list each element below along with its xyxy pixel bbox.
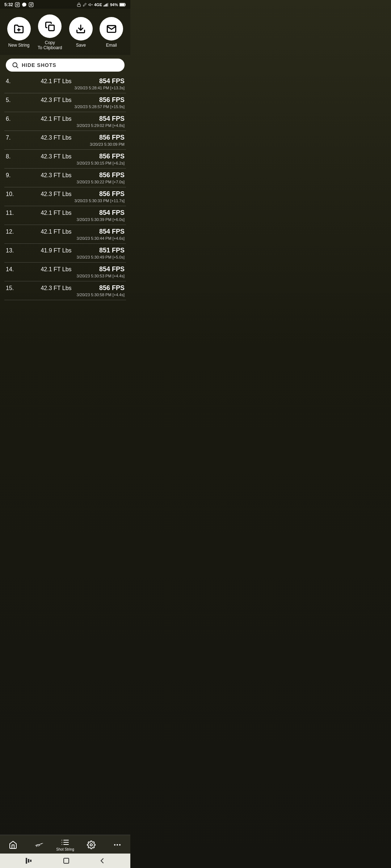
pen-icon [83, 3, 87, 7]
shot-timestamp: 3/20/23 5:30:49 PM [+5.0s] [6, 255, 125, 259]
shot-timestamp: 3/20/23 5:30:44 PM [+4.6s] [6, 236, 125, 241]
network-indicator: 4GE [94, 3, 102, 7]
shot-number: 11. [6, 210, 17, 216]
save-circle [69, 17, 93, 41]
shot-fps: 854 FPS [96, 265, 125, 273]
time-display: 5:32 [4, 2, 13, 7]
table-row[interactable]: 5. 42.3 FT Lbs 856 FPS 3/20/23 5:28:57 P… [4, 93, 126, 112]
shot-fps: 854 FPS [96, 228, 125, 235]
table-row[interactable]: 15. 42.3 FT Lbs 856 FPS 3/20/23 5:30:58 … [4, 281, 126, 300]
shot-timestamp: 3/20/23 5:30:39 PM [+6.0s] [6, 217, 125, 222]
svg-point-4 [30, 4, 32, 6]
shot-fps: 856 FPS [96, 153, 125, 160]
copy-clipboard-button[interactable]: CopyTo Clipboard [38, 14, 62, 51]
table-row[interactable]: 8. 42.3 FT Lbs 856 FPS 3/20/23 5:30:15 P… [4, 150, 126, 169]
shot-fps: 854 FPS [96, 209, 125, 217]
shot-fps: 856 FPS [96, 284, 125, 292]
email-circle [100, 17, 123, 41]
shot-number: 15. [6, 285, 17, 292]
status-bar: 5:32 4GE 94% [0, 0, 130, 9]
shot-energy: 42.1 FT Lbs [17, 116, 96, 122]
table-row[interactable]: 7. 42.3 FT Lbs 856 FPS 3/20/23 5:30:09 P… [4, 131, 126, 150]
hide-shots-button[interactable]: HIDE SHOTS [6, 59, 125, 72]
new-string-button[interactable]: New String [7, 17, 31, 48]
svg-point-1 [17, 4, 18, 6]
shot-energy: 42.3 FT Lbs [17, 135, 96, 141]
battery-icon [119, 3, 126, 7]
shot-energy: 42.3 FT Lbs [17, 285, 96, 292]
shot-energy: 42.3 FT Lbs [17, 153, 96, 160]
shot-number: 7. [6, 135, 17, 141]
email-icon [106, 24, 117, 34]
svg-rect-10 [104, 5, 104, 7]
table-row[interactable]: 6. 42.1 FT Lbs 854 FPS 3/20/23 5:29:02 P… [4, 112, 126, 131]
shot-energy: 41.9 FT Lbs [17, 247, 96, 254]
shot-timestamp: 3/20/23 5:28:57 PM [+15.9s] [6, 105, 125, 109]
shot-energy: 42.1 FT Lbs [17, 266, 96, 273]
shot-fps: 854 FPS [96, 115, 125, 123]
shot-number: 13. [6, 247, 17, 254]
shot-energy: 42.3 FT Lbs [17, 191, 96, 197]
shot-fps: 856 FPS [96, 96, 125, 104]
table-row[interactable]: 4. 42.1 FT Lbs 854 FPS 3/20/23 5:28:41 P… [4, 75, 126, 93]
status-left: 5:32 [4, 2, 34, 7]
shot-number: 4. [6, 78, 17, 85]
download-icon [76, 24, 86, 34]
svg-rect-0 [15, 3, 20, 7]
shot-number: 12. [6, 229, 17, 235]
shot-energy: 42.3 FT Lbs [17, 97, 96, 103]
lock-icon [77, 3, 81, 7]
shot-number: 8. [6, 153, 17, 160]
messenger-icon [22, 2, 27, 7]
shot-timestamp: 3/20/23 5:30:15 PM [+6.2s] [6, 161, 125, 165]
svg-rect-16 [120, 4, 125, 6]
folder-plus-icon [14, 24, 24, 34]
shot-energy: 42.1 FT Lbs [17, 78, 96, 85]
svg-marker-7 [89, 4, 91, 6]
battery-display: 94% [110, 3, 118, 7]
table-row[interactable]: 9. 42.3 FT Lbs 856 FPS 3/20/23 5:30:22 P… [4, 169, 126, 187]
copy-icon [45, 21, 55, 31]
email-label: Email [106, 43, 117, 48]
mute-icon [88, 3, 93, 7]
table-row[interactable]: 13. 41.9 FT Lbs 851 FPS 3/20/23 5:30:49 … [4, 244, 126, 263]
shot-timestamp: 3/20/23 5:29:02 PM [+4.8s] [6, 123, 125, 128]
svg-point-2 [18, 3, 19, 4]
svg-rect-13 [106, 4, 107, 7]
save-label: Save [76, 43, 86, 48]
status-right: 4GE 94% [77, 3, 126, 7]
shot-energy: 42.3 FT Lbs [17, 172, 96, 179]
svg-rect-14 [108, 3, 108, 7]
shot-fps: 856 FPS [96, 134, 125, 141]
new-string-label: New String [8, 43, 30, 48]
svg-rect-12 [106, 4, 106, 7]
table-row[interactable]: 12. 42.1 FT Lbs 854 FPS 3/20/23 5:30:44 … [4, 225, 126, 244]
shot-list: 4. 42.1 FT Lbs 854 FPS 3/20/23 5:28:41 P… [0, 75, 130, 300]
hide-shots-label: HIDE SHOTS [22, 62, 56, 68]
shot-energy: 42.1 FT Lbs [17, 229, 96, 235]
shot-energy: 42.1 FT Lbs [17, 210, 96, 216]
search-icon [12, 61, 19, 69]
email-button[interactable]: Email [100, 17, 123, 48]
table-row[interactable]: 11. 42.1 FT Lbs 854 FPS 3/20/23 5:30:39 … [4, 206, 126, 225]
instagram2-icon [29, 2, 34, 7]
action-bar: New String CopyTo Clipboard Save [0, 9, 130, 55]
shot-fps: 856 FPS [96, 171, 125, 179]
shot-timestamp: 3/20/23 5:30:58 PM [+4.4s] [6, 293, 125, 297]
svg-line-22 [17, 67, 18, 68]
shot-number: 9. [6, 172, 17, 179]
shot-fps: 851 FPS [96, 247, 125, 254]
save-button[interactable]: Save [69, 17, 93, 48]
shot-fps: 856 FPS [96, 190, 125, 198]
shot-timestamp: 3/20/23 5:30:09 PM [6, 142, 125, 146]
shot-number: 14. [6, 266, 17, 273]
svg-rect-3 [29, 3, 33, 7]
table-row[interactable]: 14. 42.1 FT Lbs 854 FPS 3/20/23 5:30:53 … [4, 263, 126, 281]
svg-rect-19 [49, 25, 54, 30]
instagram-icon [15, 2, 20, 7]
table-row[interactable]: 10. 42.3 FT Lbs 856 FPS 3/20/23 5:30:33 … [4, 187, 126, 206]
shot-timestamp: 3/20/23 5:30:33 PM [+11.7s] [6, 199, 125, 203]
svg-point-5 [32, 3, 33, 4]
shot-timestamp: 3/20/23 5:30:53 PM [+4.4s] [6, 274, 125, 278]
svg-rect-6 [77, 5, 80, 7]
